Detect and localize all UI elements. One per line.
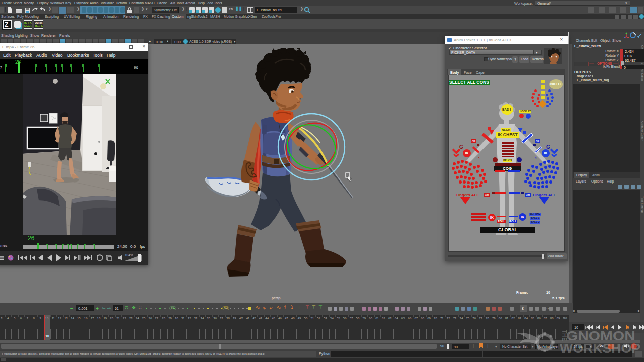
- svg-text:104%: 104%: [125, 253, 133, 257]
- svg-text:WORKSHOP: WORKSHOP: [560, 341, 640, 355]
